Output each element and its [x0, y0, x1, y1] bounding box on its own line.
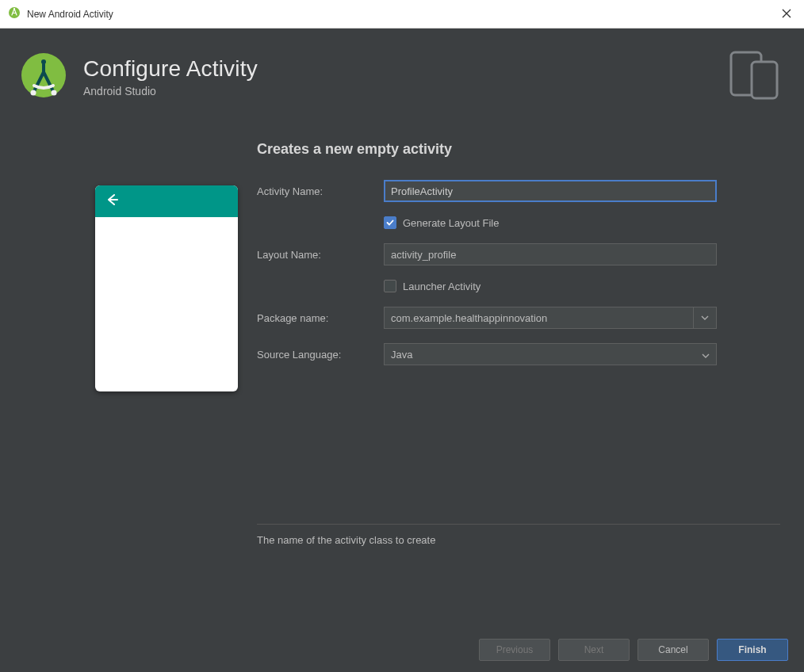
layout-name-input[interactable]	[384, 243, 717, 265]
activity-name-input[interactable]	[384, 180, 717, 202]
activity-name-label: Activity Name:	[257, 185, 384, 197]
dialog-title: Configure Activity	[83, 56, 258, 82]
previous-button[interactable]: Previous	[479, 639, 550, 661]
window-title: New Android Activity	[27, 9, 113, 20]
chevron-down-icon	[694, 315, 716, 320]
package-name-value: com.example.healthappinnovation	[385, 307, 694, 328]
chevron-down-icon	[702, 347, 710, 361]
svg-rect-7	[752, 62, 777, 98]
layout-name-label: Layout Name:	[257, 249, 384, 261]
source-language-combo[interactable]: Java	[384, 343, 717, 365]
source-language-label: Source Language:	[257, 349, 384, 361]
next-button[interactable]: Next	[558, 639, 630, 661]
package-name-label: Package name:	[257, 312, 384, 324]
svg-point-5	[52, 90, 57, 96]
form-heading: Creates a new empty activity	[257, 141, 780, 158]
launcher-activity-checkbox[interactable]	[384, 280, 396, 292]
button-bar: Previous Next Cancel Finish	[479, 639, 788, 661]
android-studio-logo	[20, 52, 67, 102]
back-arrow-icon	[105, 193, 119, 210]
titlebar: New Android Activity	[0, 0, 804, 29]
form-hint: The name of the activity class to create	[257, 524, 780, 546]
svg-point-4	[31, 90, 36, 96]
activity-preview	[95, 185, 238, 391]
launcher-activity-label: Launcher Activity	[403, 281, 480, 292]
source-language-value: Java	[391, 349, 412, 361]
cancel-button[interactable]: Cancel	[637, 639, 709, 661]
close-button[interactable]	[777, 7, 796, 21]
svg-point-1	[13, 8, 15, 10]
package-name-combo[interactable]: com.example.healthappinnovation	[384, 307, 717, 329]
generate-layout-checkbox[interactable]	[384, 216, 396, 229]
android-studio-icon	[8, 6, 21, 22]
dialog-header: Configure Activity Android Studio	[0, 29, 804, 120]
generate-layout-label: Generate Layout File	[403, 217, 499, 229]
finish-button[interactable]: Finish	[717, 639, 788, 661]
dialog-subtitle: Android Studio	[83, 85, 258, 97]
devices-icon	[728, 51, 780, 103]
